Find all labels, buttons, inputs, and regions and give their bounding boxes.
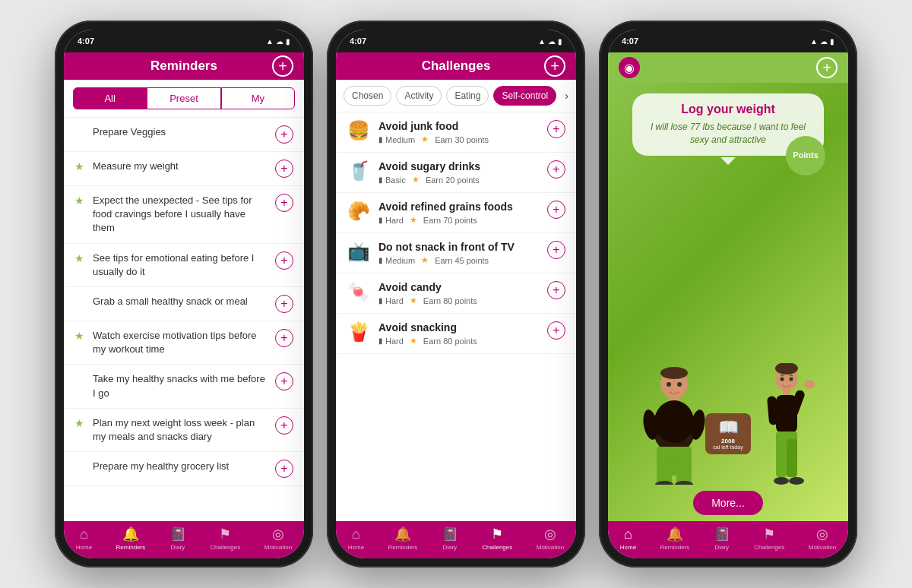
add-item-button[interactable]: +: [275, 295, 293, 313]
add-challenge-item-button[interactable]: +: [547, 281, 565, 299]
challenge-name: Avoid junk food: [378, 120, 540, 132]
star-icon: ★: [74, 417, 87, 429]
challenge-name: Avoid refined grains foods: [378, 201, 540, 213]
challenge-name: Avoid sugary drinks: [378, 160, 540, 172]
nav-challenges[interactable]: ⚑ Challenges: [482, 526, 512, 551]
reminders-icon: 🔔: [667, 526, 683, 542]
add-challenge-item-button[interactable]: +: [547, 201, 565, 219]
motivation-header: ◉ +: [608, 52, 848, 83]
add-reminder-button[interactable]: +: [272, 55, 293, 77]
nav-diary[interactable]: 📓 Diary: [169, 526, 186, 551]
nav-label: Challenges: [754, 544, 784, 551]
bottom-nav: ⌂ Home 🔔 Reminders 📓 Diary ⚑ Challenges …: [336, 521, 576, 558]
nav-reminders[interactable]: 🔔 Reminders: [388, 526, 418, 551]
status-time: 4:07: [622, 36, 638, 46]
nav-motivation[interactable]: ◎ Motivation: [809, 526, 836, 551]
bottom-nav: ⌂ Home 🔔 Reminders 📓 Diary ⚑ Challenges …: [608, 521, 848, 558]
tab-preset[interactable]: Preset: [147, 87, 220, 109]
svg-point-12: [667, 382, 671, 387]
add-item-button[interactable]: +: [275, 460, 293, 478]
nav-home[interactable]: ⌂ Home: [620, 526, 636, 551]
challenge-icon: 🍟: [347, 321, 371, 343]
status-time: 4:07: [350, 36, 366, 46]
tab-eating[interactable]: Eating: [446, 86, 489, 106]
reminder-text: Plan my next weight loss week - plan my …: [93, 416, 269, 444]
nav-diary[interactable]: 📓 Diary: [714, 526, 730, 551]
add-challenge-item-button[interactable]: +: [547, 160, 565, 179]
nav-diary[interactable]: 📓 Diary: [442, 526, 458, 551]
reminder-text: Take my healthy snacks with me before I …: [93, 372, 269, 400]
nav-label: Reminders: [388, 544, 418, 551]
bottom-nav: ⌂ Home 🔔 Reminders 📓 Diary ⚑ Challenges …: [64, 521, 304, 558]
list-item: 🥐 Avoid refined grains foods ▮Hard ★ Ear…: [336, 193, 576, 233]
nav-motivation[interactable]: ◎ Motivation: [264, 526, 292, 551]
reminder-text: Grab a small healthy snack or meal: [93, 295, 269, 308]
tab-chosen[interactable]: Chosen: [344, 86, 391, 106]
status-bar: 4:07 ▲☁▮: [336, 30, 576, 52]
fat-avatar-svg: [640, 367, 708, 485]
add-item-button[interactable]: +: [275, 251, 293, 270]
nav-home[interactable]: ⌂ Home: [348, 526, 364, 551]
list-item: ★ See tips for emotional eating before I…: [64, 244, 304, 287]
add-item-button[interactable]: +: [275, 160, 293, 178]
svg-point-25: [789, 477, 804, 485]
add-item-button[interactable]: +: [275, 329, 293, 347]
nav-challenges[interactable]: ⚑ Challenges: [210, 526, 240, 551]
difficulty: ▮ Medium: [378, 135, 415, 144]
nav-reminders[interactable]: 🔔 Reminders: [116, 526, 146, 551]
nav-challenges[interactable]: ⚑ Challenges: [754, 526, 784, 551]
reminder-text: Watch exercise motivation tips before my…: [93, 329, 269, 356]
svg-point-24: [774, 477, 789, 485]
reminders-list: Prepare Veggies + ★ Measure my weight + …: [64, 118, 304, 521]
nav-reminders-label: Reminders: [116, 544, 146, 551]
status-icons: ▲☁▮: [538, 37, 562, 46]
reminders-icon: 🔔: [394, 526, 411, 542]
challenge-icon: 🥤: [347, 160, 371, 182]
list-item: 🍟 Avoid snacking ▮Hard ★ Earn 80 points …: [336, 314, 576, 354]
tab-self-control[interactable]: Self-control: [493, 86, 556, 106]
nav-label: Reminders: [660, 544, 690, 551]
tabs-arrow-icon[interactable]: ›: [565, 90, 568, 102]
after-avatar: [756, 363, 817, 485]
list-item: ★ Measure my weight +: [64, 152, 304, 186]
svg-rect-16: [783, 389, 790, 395]
phone-challenges: 4:07 ▲☁▮ Challenges + Chosen Activity Ea…: [327, 21, 585, 567]
reminder-text: See tips for emotional eating before I u…: [93, 251, 269, 279]
add-challenge-item-button[interactable]: +: [547, 120, 565, 138]
add-challenge-button[interactable]: +: [544, 55, 565, 77]
diary-icon: 📓: [442, 526, 458, 542]
star-icon: ★: [74, 160, 87, 172]
add-challenge-item-button[interactable]: +: [547, 321, 565, 340]
motivation-content: Log your weight I will lose 77 lbs becau…: [608, 83, 848, 521]
nav-reminders[interactable]: 🔔 Reminders: [660, 526, 690, 551]
challenges-icon: ⚑: [219, 526, 231, 542]
nav-home[interactable]: ⌂ Home: [76, 526, 92, 551]
add-button[interactable]: +: [816, 57, 838, 78]
svg-point-26: [780, 378, 784, 381]
add-item-button[interactable]: +: [275, 372, 293, 390]
list-item: 🥤 Avoid sugary drinks ▮Basic ★ Earn 20 p…: [336, 153, 576, 193]
slim-avatar-svg: [756, 363, 817, 485]
tab-activity[interactable]: Activity: [396, 86, 442, 106]
add-challenge-item-button[interactable]: +: [547, 241, 565, 259]
challenges-icon: ⚑: [491, 526, 503, 542]
more-button[interactable]: More...: [693, 491, 763, 515]
nav-label: Diary: [714, 544, 729, 551]
tab-my[interactable]: My: [221, 87, 295, 109]
svg-point-13: [677, 382, 682, 387]
add-item-button[interactable]: +: [275, 125, 293, 144]
add-item-button[interactable]: +: [275, 416, 293, 435]
nav-label: Motivation: [537, 544, 564, 551]
diary-badge: 📖 2008 cal left today: [705, 413, 751, 454]
list-item: Prepare my healthy grocery list +: [64, 452, 304, 486]
svg-point-27: [789, 378, 793, 381]
challenge-info: Avoid junk food ▮ Medium ★ Earn 30 point…: [378, 120, 540, 144]
status-bar: 4:07 ▲☁▮: [608, 30, 848, 52]
tab-all[interactable]: All: [73, 87, 147, 109]
nav-motivation[interactable]: ◎ Motivation: [537, 526, 564, 551]
add-item-button[interactable]: +: [275, 194, 293, 212]
status-bar: 4:07 ▲☁▮: [64, 30, 304, 52]
motivation-icon: ◎: [544, 526, 556, 542]
reminders-title: Reminders: [150, 58, 217, 74]
challenge-filter-tabs: Chosen Activity Eating Self-control ›: [336, 80, 576, 112]
